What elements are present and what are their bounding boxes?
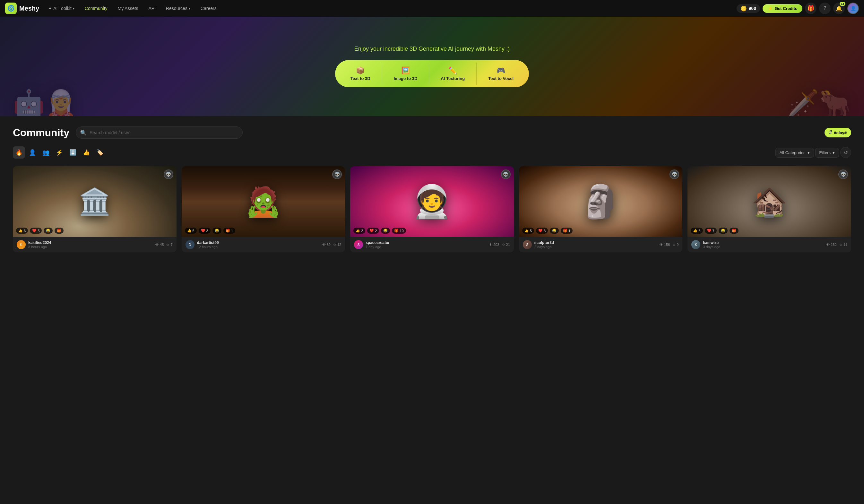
card-2-stats: 👁 89 ☆ 12 bbox=[322, 243, 341, 247]
card-2-gift-count: 1 bbox=[231, 229, 233, 233]
hero-pill-ai-texturing[interactable]: ✏️ AI Texturing bbox=[429, 63, 477, 85]
user-avatar[interactable]: 👤 bbox=[847, 2, 859, 14]
card-4-reaction-thumbs: 👍 5 bbox=[522, 228, 534, 234]
card-3-stats: 👁 203 ☆ 21 bbox=[489, 243, 510, 247]
clay-hashtag-badge[interactable]: # #clay# bbox=[825, 128, 851, 137]
filter-liked-button[interactable]: 👍 bbox=[80, 146, 93, 159]
card-1-image: 🏛️ 👽 👍 6 ❤️ 5 😂 bbox=[13, 166, 177, 237]
card-3-reaction-thumbs: 👍 2 bbox=[353, 228, 365, 234]
card-3-reaction-gift: 🎁 10 bbox=[392, 228, 406, 234]
gift-icon-5: 🎁 bbox=[732, 229, 736, 233]
nav-community[interactable]: Community bbox=[81, 4, 111, 13]
notifications-button[interactable]: 🔔 14 bbox=[833, 2, 845, 14]
category-chevron-icon: ▾ bbox=[807, 150, 810, 155]
card-5[interactable]: 🏚️ 👽 👍 5 ❤️ 7 😂 bbox=[687, 166, 851, 252]
card-5-reaction-gift: 🎁 bbox=[730, 228, 739, 234]
card-4-thumbs-count: 5 bbox=[530, 229, 532, 233]
laugh-icon: 😂 bbox=[46, 229, 50, 233]
nav-careers[interactable]: Careers bbox=[197, 4, 220, 13]
card-1-thumbs-count: 6 bbox=[24, 229, 26, 233]
category-label: All Categories bbox=[780, 150, 806, 155]
card-3-info: S spacecreator 1 day ago 👁 203 ☆ 21 bbox=[350, 237, 514, 252]
card-4-view-count: 156 bbox=[664, 243, 670, 247]
search-input[interactable] bbox=[76, 127, 243, 139]
heart-icon-2: ❤️ bbox=[201, 229, 205, 233]
card-1-reaction-thumbs: 👍 6 bbox=[16, 228, 28, 234]
nav-my-assets[interactable]: My Assets bbox=[114, 4, 142, 13]
card-5-view-count: 162 bbox=[831, 243, 836, 247]
card-4[interactable]: 🗿 👽 👍 5 ❤️ 3 😂 bbox=[519, 166, 683, 252]
eye-icon-5: 👁 bbox=[826, 243, 830, 247]
nav-careers-label: Careers bbox=[201, 6, 217, 11]
gift-icon-4: 🎁 bbox=[563, 229, 567, 233]
card-3-gift-count: 10 bbox=[399, 229, 404, 233]
card-3-star-count: 21 bbox=[506, 243, 510, 247]
gift-icon: 🎁 bbox=[807, 5, 814, 12]
hero-pill-text-to-3d[interactable]: 📦 Text to 3D bbox=[339, 63, 382, 85]
star-icon-2: ☆ bbox=[333, 243, 336, 247]
filter-new-button[interactable]: 👥 bbox=[40, 146, 52, 159]
card-2-reaction-gift: 🎁 1 bbox=[224, 228, 235, 234]
ai-toolkit-chevron-icon: ▾ bbox=[73, 7, 74, 10]
nav-community-label: Community bbox=[85, 6, 108, 11]
filter-trending-button[interactable]: 🔥 bbox=[13, 146, 25, 159]
card-3-reaction-laugh: 😂 bbox=[381, 228, 390, 234]
nav-ai-toolkit[interactable]: ✦ AI Toolkit ▾ bbox=[44, 4, 78, 13]
nav-resources[interactable]: Resources ▾ bbox=[162, 4, 194, 13]
card-3-user-badge: 👽 bbox=[501, 169, 511, 179]
eye-icon: 👁 bbox=[155, 243, 159, 247]
card-5-stats: 👁 162 ☆ 11 bbox=[826, 243, 847, 247]
hero-pill-image-to-3d[interactable]: 🖼️ Image to 3D bbox=[382, 63, 430, 85]
card-2-time: 12 hours ago bbox=[197, 245, 320, 249]
card-2[interactable]: 🧟 👽 👍 5 ❤️ 3 😂 bbox=[182, 166, 345, 252]
filter-following-button[interactable]: 👤 bbox=[26, 146, 38, 159]
get-credits-button[interactable]: ⚡ Get Credits bbox=[763, 4, 802, 13]
card-4-gift-count: 1 bbox=[568, 229, 570, 233]
help-button[interactable]: ? bbox=[819, 2, 831, 14]
card-2-reactions: 👍 5 ❤️ 3 😂 🎁 1 bbox=[185, 228, 235, 234]
hash-icon: # bbox=[829, 130, 832, 135]
card-2-reaction-thumbs: 👍 5 bbox=[185, 228, 197, 234]
filter-featured-button[interactable]: ⚡ bbox=[53, 146, 65, 159]
eye-icon-3: 👁 bbox=[489, 243, 492, 247]
hero-char-robot: 🤖 bbox=[13, 91, 45, 116]
star-icon-4: ☆ bbox=[672, 243, 676, 247]
card-1[interactable]: 🏛️ 👽 👍 6 ❤️ 5 😂 bbox=[13, 166, 177, 252]
logo[interactable]: 🌀 Meshy bbox=[5, 2, 39, 14]
coin-icon: 🪙 bbox=[741, 5, 747, 12]
logo-icon: 🌀 bbox=[5, 2, 17, 14]
card-5-heart-count: 7 bbox=[712, 229, 715, 233]
nav-api[interactable]: API bbox=[144, 4, 159, 13]
reset-icon: ↺ bbox=[844, 149, 848, 156]
laugh-icon-3: 😂 bbox=[383, 229, 388, 233]
gift-icon-2: 🎁 bbox=[226, 229, 230, 233]
card-3[interactable]: 🧑‍🚀 👽 👍 2 ❤️ 2 😂 bbox=[350, 166, 514, 252]
hero-char-bull: 🐂 bbox=[819, 91, 851, 116]
nav-ai-toolkit-label: AI Toolkit bbox=[53, 6, 72, 11]
card-4-stats: 👁 156 ☆ 9 bbox=[660, 243, 679, 247]
card-2-star-count: 12 bbox=[337, 243, 341, 247]
laugh-icon-4: 😂 bbox=[552, 229, 556, 233]
card-1-user-badge: 👽 bbox=[164, 169, 173, 179]
text-to-voxel-icon: 🎮 bbox=[496, 67, 505, 75]
card-1-info: K kasified2024 8 hours ago 👁 45 ☆ 7 bbox=[13, 237, 177, 252]
image-to-3d-label: Image to 3D bbox=[394, 76, 418, 81]
hero-char-elf: 🧝 bbox=[45, 91, 77, 116]
filter-downloaded-button[interactable]: ⬇️ bbox=[67, 146, 79, 159]
hero-pill-text-to-voxel[interactable]: 🎮 Text to Voxel bbox=[477, 63, 525, 85]
filter-reset-button[interactable]: ↺ bbox=[840, 147, 851, 158]
bell-icon: 🔔 bbox=[836, 5, 842, 12]
category-dropdown[interactable]: All Categories ▾ bbox=[776, 148, 814, 158]
card-3-views: 👁 203 bbox=[489, 243, 499, 247]
card-5-reaction-heart: ❤️ 7 bbox=[705, 228, 717, 234]
card-3-reaction-heart: ❤️ 2 bbox=[367, 228, 379, 234]
card-1-reaction-heart: ❤️ 5 bbox=[30, 228, 42, 234]
card-5-views: 👁 162 bbox=[826, 243, 836, 247]
nav-api-label: API bbox=[148, 6, 156, 11]
card-1-reactions: 👍 6 ❤️ 5 😂 🎁 bbox=[16, 228, 63, 234]
gift-button[interactable]: 🎁 bbox=[805, 2, 816, 14]
filters-dropdown[interactable]: Filters ▾ bbox=[815, 148, 839, 158]
text-to-voxel-label: Text to Voxel bbox=[488, 76, 514, 81]
filter-tagged-button[interactable]: 🏷️ bbox=[94, 146, 106, 159]
community-title: Community bbox=[13, 127, 69, 139]
